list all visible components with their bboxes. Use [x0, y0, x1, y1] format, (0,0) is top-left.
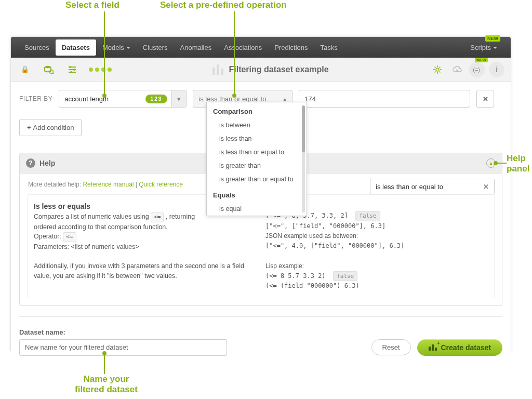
add-condition-button[interactable]: + Add condition: [19, 119, 82, 136]
annotation-text: Help panel: [507, 153, 529, 174]
annotation-select-field: Select a field: [65, 0, 119, 10]
annotation-line: [234, 11, 235, 95]
dropdown-group-title: Comparison: [207, 102, 307, 118]
help-search-value: is less than or equal to: [376, 183, 443, 191]
dataset-name-row: Dataset name: Reset Create dataset: [19, 316, 502, 356]
question-icon: ?: [26, 158, 35, 168]
help-text: Compares a list of numeric values using: [34, 213, 151, 220]
annotation-name-dataset: Name your filtered dataset: [75, 374, 138, 395]
svg-point-4: [70, 71, 72, 73]
equals-menu-icon[interactable]: (=): [469, 62, 485, 77]
code-line: (<= (field "000000") 6.3): [265, 281, 488, 291]
dots-icon[interactable]: [89, 68, 112, 72]
value-input[interactable]: [299, 90, 470, 108]
svg-point-5: [436, 68, 439, 71]
operation-dropdown-panel: Comparison is between is less than is le…: [206, 102, 307, 216]
dataset-name-field: Dataset name:: [19, 328, 227, 356]
chevron-down-icon: [493, 47, 497, 49]
dropdown-option[interactable]: is greater than: [207, 159, 307, 172]
code-line: (<= 8 5.7 3.3 2): [265, 272, 326, 280]
nav-label: Scripts: [470, 44, 491, 51]
clear-icon[interactable]: ✕: [483, 183, 489, 191]
app-window: Sources Datasets Models Clusters Anomali…: [10, 36, 511, 352]
toolbar-actions: (=) i: [430, 62, 504, 77]
dropdown-option[interactable]: is equal: [207, 202, 307, 216]
nav-models[interactable]: Models: [96, 39, 137, 56]
nav-predictions[interactable]: Predictions: [268, 39, 314, 56]
annotation-dot: [102, 94, 107, 98]
chevron-down-icon: [126, 47, 130, 49]
annotation-dot: [102, 351, 107, 355]
svg-point-0: [45, 65, 51, 68]
nav-scripts[interactable]: Scripts NEW: [464, 39, 503, 56]
dropdown-option[interactable]: is less than: [207, 132, 307, 145]
info-icon[interactable]: i: [489, 62, 504, 77]
code-line: Lisp example:: [265, 261, 488, 271]
bars-plus-icon: [429, 344, 437, 351]
nav-clusters[interactable]: Clusters: [137, 39, 174, 56]
dropdown-group-title: Equals: [207, 186, 307, 202]
help-search: is less than or equal to ✕: [370, 179, 495, 194]
create-dataset-button[interactable]: Create dataset: [417, 339, 503, 356]
annotation-dot: [232, 94, 236, 98]
annotation-text: Name your: [75, 374, 138, 384]
false-chip: false: [355, 211, 380, 221]
annotation-line: [104, 353, 105, 374]
chevron-down-icon: ▾: [171, 90, 186, 107]
reference-manual-link[interactable]: Reference manual: [83, 181, 134, 188]
svg-point-3: [73, 69, 75, 71]
top-nav: Sources Datasets Models Clusters Anomali…: [11, 37, 511, 58]
annotation-help-panel: Help panel: [507, 153, 532, 174]
nav-sources[interactable]: Sources: [18, 39, 56, 56]
help-text: Additionally, if you invoke with 3 param…: [34, 262, 244, 280]
button-label: Create dataset: [441, 343, 491, 352]
help-heading: Is less or equals: [34, 202, 90, 210]
nav-label: Models: [102, 44, 124, 51]
help-text: , returning: [166, 213, 195, 220]
annotation-line: [104, 11, 105, 95]
button-label: Add condition: [33, 124, 74, 131]
nav-associations[interactable]: Associations: [218, 39, 268, 56]
annotation-select-op: Select a pre-defined operation: [160, 0, 287, 10]
nav-datasets[interactable]: Datasets: [56, 39, 96, 56]
reset-button[interactable]: Reset: [371, 339, 411, 355]
footer-actions: Reset Create dataset: [371, 339, 502, 356]
nav-tasks[interactable]: Tasks: [314, 39, 344, 56]
clear-filter-button[interactable]: ✕: [476, 90, 494, 108]
new-badge: NEW: [485, 35, 500, 42]
help-text: Operator:: [34, 233, 63, 240]
dropdown-option[interactable]: is less than or equal to: [207, 145, 307, 159]
quick-reference-link[interactable]: Quick reference: [139, 181, 183, 188]
lock-icon[interactable]: 🔒: [17, 62, 33, 77]
annotation-line: [496, 163, 507, 164]
dataset-name-label: Dataset name:: [19, 328, 227, 336]
settings-icon[interactable]: [65, 62, 81, 77]
filter-by-label: FILTER BY: [19, 95, 52, 102]
field-type-badge: 123: [145, 95, 168, 103]
plus-icon: +: [27, 124, 31, 131]
code-chip: <=: [63, 232, 76, 242]
false-chip: false: [333, 271, 357, 282]
code-line: ["<=", 4.0, ["field", "000000"], 6.3]: [265, 241, 488, 251]
code-line: JSON example used as between:: [265, 231, 488, 241]
help-text: Parameters: <list of numeric values>: [34, 243, 139, 250]
bars-icon: [212, 64, 223, 75]
code-line: ["<=", ["field", "000000"], 6.3]: [265, 221, 488, 231]
scrollbar[interactable]: [302, 105, 305, 212]
toolbar: 🔒 Filtering dataset example (=) i: [11, 58, 511, 82]
db-icon[interactable]: [41, 62, 57, 77]
help-search-select[interactable]: is less than or equal to ✕: [370, 179, 495, 194]
gear-icon[interactable]: [430, 62, 445, 77]
scrollbar-thumb[interactable]: [302, 105, 305, 152]
help-title: Help: [39, 159, 55, 167]
help-more-label: More detailed help:: [28, 181, 81, 188]
svg-point-2: [69, 66, 71, 68]
dataset-name-input[interactable]: [19, 339, 227, 356]
cloud-icon[interactable]: [449, 62, 465, 77]
code-chip: <=: [151, 212, 164, 222]
title-text: Filtering dataset example: [229, 65, 328, 74]
field-select[interactable]: account length 123 ▾: [59, 90, 187, 108]
dropdown-option[interactable]: is greater than or equal to: [207, 172, 307, 186]
nav-anomalies[interactable]: Anomalies: [174, 39, 218, 56]
dropdown-option[interactable]: is between: [207, 118, 307, 132]
